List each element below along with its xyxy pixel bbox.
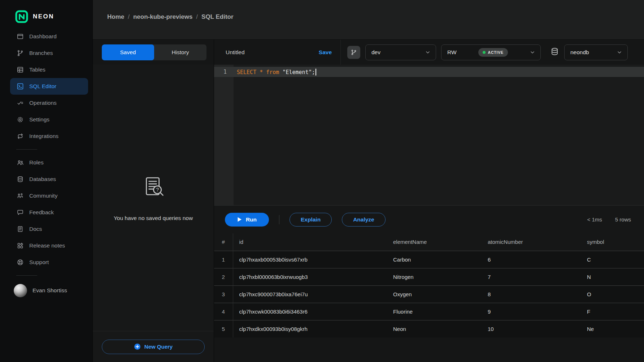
chevron-down-icon <box>425 49 431 55</box>
sidebar-item-label: Databases <box>29 176 56 182</box>
tab-history[interactable]: History <box>154 44 206 60</box>
sidebar-item-label: Branches <box>29 50 53 56</box>
release-notes-icon <box>16 242 24 250</box>
user-name: Evan Shortiss <box>32 287 67 294</box>
table-row[interactable]: 4 clp7hxcwk00083b0i6i3463r6 Fluorine 9 F <box>214 303 644 320</box>
run-button[interactable]: Run <box>225 213 269 227</box>
line-number: 1 <box>214 69 234 75</box>
sidebar-item-label: Settings <box>29 116 49 123</box>
sidebar-item-docs[interactable]: Docs <box>10 221 88 237</box>
operations-icon <box>16 99 24 107</box>
branch-select-value: dev <box>371 49 380 56</box>
cell-symbol: N <box>581 268 644 285</box>
save-button[interactable]: Save <box>319 49 332 56</box>
breadcrumb-current-page: SQL Editor <box>201 13 233 21</box>
branch-select[interactable]: dev <box>365 44 436 60</box>
column-header-atomic-number: atomicNumber <box>482 233 581 251</box>
cell-id: clp7hxcwk00083b0i6i3463r6 <box>233 303 387 320</box>
sidebar-item-integrations[interactable]: Integrations <box>10 128 88 145</box>
integrations-icon <box>16 132 24 140</box>
table-row[interactable]: 5 clp7hxdkx00093b0isy08gkrh Neon 10 Ne <box>214 320 644 337</box>
sidebar-item-support[interactable]: Support <box>10 254 88 271</box>
column-header-index: # <box>214 233 233 251</box>
sidebar-item-community[interactable]: Community <box>10 188 88 204</box>
sidebar-item-label: Tables <box>29 66 45 73</box>
sidebar-item-settings[interactable]: Settings <box>10 111 88 128</box>
sidebar-item-label: Support <box>29 259 49 266</box>
cell-row-number: 2 <box>214 268 233 285</box>
status-badge-label: ACTIVE <box>488 50 504 55</box>
cell-id: clp7hxaxb00053b0isvs67xrb <box>233 251 387 268</box>
query-duration: < 1ms <box>587 216 602 223</box>
cell-atomic-number: 7 <box>482 268 581 285</box>
column-header-id: id <box>233 233 387 251</box>
sidebar-item-dashboard[interactable]: Dashboard <box>10 28 88 45</box>
sql-editor-panel: Untitled Save dev RW <box>214 40 644 362</box>
brand-logo[interactable]: NEON <box>0 9 92 25</box>
sidebar-divider <box>16 275 37 276</box>
sidebar-item-tables[interactable]: Tables <box>10 61 88 78</box>
gear-icon <box>16 116 24 124</box>
sidebar-item-databases[interactable]: Databases <box>10 171 88 188</box>
dashboard-icon <box>16 33 24 40</box>
sidebar-item-label: SQL Editor <box>29 83 56 90</box>
sidebar-item-roles[interactable]: Roles <box>10 154 88 171</box>
sidebar-item-branches[interactable]: Branches <box>10 45 88 61</box>
breadcrumb: Home / neon-kube-previews / SQL Editor <box>93 0 644 40</box>
branch-chip-icon <box>347 46 360 59</box>
explain-button[interactable]: Explain <box>290 213 332 227</box>
analyze-button[interactable]: Analyze <box>342 213 386 227</box>
main-content: Home / neon-kube-previews / SQL Editor S… <box>93 0 644 362</box>
cell-id: clp7hxbl000063b0ixrwuogb3 <box>233 268 387 285</box>
chevron-down-icon <box>617 49 622 55</box>
cell-row-number: 3 <box>214 285 233 303</box>
tab-saved[interactable]: Saved <box>102 44 154 60</box>
query-title[interactable]: Untitled <box>226 49 245 56</box>
compute-select[interactable]: RW ACTIVE <box>441 44 541 60</box>
community-icon <box>16 192 24 200</box>
sidebar-item-label: Release notes <box>29 242 65 249</box>
cell-id: clp7hxc9000073b0ixa76ei7u <box>233 285 387 303</box>
cell-element-name: Fluorine <box>387 303 482 320</box>
breadcrumb-project[interactable]: neon-kube-previews <box>133 13 192 21</box>
query-title-bar: Untitled Save <box>214 40 341 65</box>
breadcrumb-separator: / <box>196 13 198 21</box>
query-row-count: 5 rows <box>615 216 631 223</box>
cell-symbol: C <box>581 251 644 268</box>
run-button-label: Run <box>246 216 257 223</box>
sidebar-item-feedback[interactable]: Feedback <box>10 204 88 221</box>
sql-code-editor[interactable]: 1 SELECT * from "Element"; <box>214 65 644 205</box>
saved-queries-empty-state: ? You have no saved queries now <box>93 65 214 331</box>
sidebar-divider <box>16 149 37 150</box>
database-select-value: neondb <box>570 49 589 56</box>
neon-logo-icon <box>15 10 28 23</box>
table-row[interactable]: 2 clp7hxbl000063b0ixrwuogb3 Nitrogen 7 N <box>214 268 644 285</box>
new-query-button[interactable]: New Query <box>102 340 205 354</box>
git-branch-icon <box>16 49 24 57</box>
table-row[interactable]: 1 clp7hxaxb00053b0isvs67xrb Carbon 6 C <box>214 251 644 268</box>
sidebar-item-sql-editor[interactable]: SQL Editor <box>10 78 88 95</box>
empty-queries-message: You have no saved queries now <box>114 215 193 221</box>
queries-tabs: Saved History <box>102 44 206 60</box>
database-select[interactable]: neondb <box>564 44 628 60</box>
cell-atomic-number: 9 <box>482 303 581 320</box>
lifebuoy-icon <box>16 258 24 266</box>
sidebar-item-label: Community <box>29 193 57 199</box>
database-icon <box>16 175 24 183</box>
roles-icon <box>16 159 24 167</box>
sidebar-item-operations[interactable]: Operations <box>10 95 88 111</box>
column-header-element-name: elementName <box>387 233 482 251</box>
cell-atomic-number: 6 <box>482 251 581 268</box>
sidebar-item-release-notes[interactable]: Release notes <box>10 237 88 254</box>
cell-row-number: 1 <box>214 251 233 268</box>
breadcrumb-separator: / <box>128 13 130 21</box>
cell-element-name: Neon <box>387 320 482 337</box>
code-line-active: 1 SELECT * from "Element"; <box>214 67 644 77</box>
cell-row-number: 5 <box>214 320 233 337</box>
breadcrumb-home[interactable]: Home <box>107 13 124 21</box>
query-actions-bar: Run Explain Analyze < 1ms 5 rows <box>214 205 644 233</box>
sidebar-item-label: Dashboard <box>29 33 57 40</box>
editor-header: Untitled Save dev RW <box>214 40 644 65</box>
user-menu[interactable]: Evan Shortiss <box>10 282 88 299</box>
table-row[interactable]: 3 clp7hxc9000073b0ixa76ei7u Oxygen 8 O <box>214 285 644 303</box>
